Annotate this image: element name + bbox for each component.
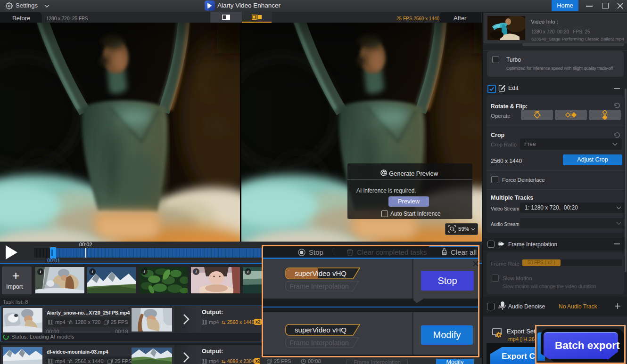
svg-text:superVideo vHQ: superVideo vHQ	[295, 326, 346, 334]
svg-text:Frame Interpolation: Frame Interpolation	[289, 282, 349, 290]
svg-text:superVideo vHQ: superVideo vHQ	[295, 269, 346, 277]
svg-text:Frame Interpolation: Frame Interpolation	[289, 339, 349, 347]
